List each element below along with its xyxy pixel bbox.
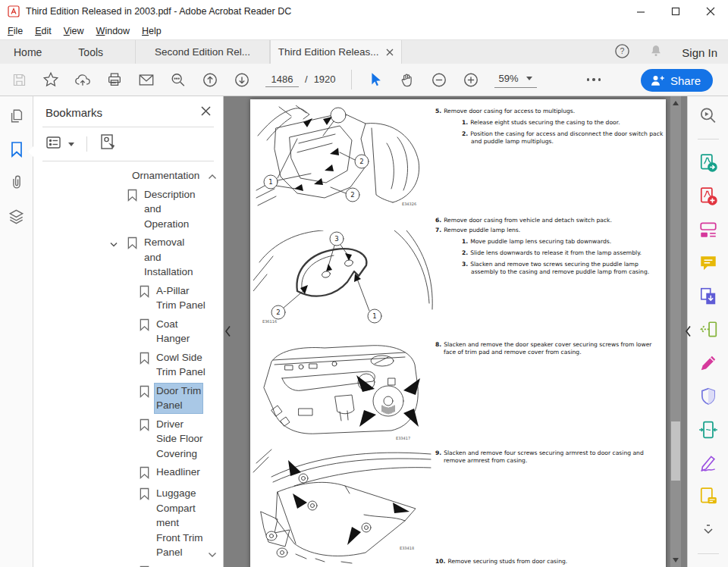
zoom-level-dropdown[interactable]: 59% xyxy=(494,72,537,88)
page-separator: / xyxy=(305,74,308,85)
bookmark-icon xyxy=(139,486,156,560)
bookmark-item-description-and-operation[interactable]: Description and Operation xyxy=(33,187,223,232)
menu-help[interactable]: Help xyxy=(136,26,168,36)
bookmark-item-a-pillar-trim-panel[interactable]: A-Pillar Trim Panel xyxy=(33,284,223,313)
comment-icon[interactable] xyxy=(698,253,718,273)
bookmark-item-luggage-compartment-front-trim-panel[interactable]: Luggage Compart ment Front Trim Panel xyxy=(33,486,223,560)
export-pdf-icon[interactable] xyxy=(698,153,718,173)
menu-file[interactable]: File xyxy=(2,26,29,36)
tab-tools[interactable]: Tools xyxy=(64,40,117,64)
bookmark-icon xyxy=(139,465,156,482)
bookmark-item-headliner[interactable]: Headliner xyxy=(33,465,223,482)
bookmark-icon xyxy=(127,235,144,280)
page-number-input[interactable]: 1486 xyxy=(265,73,299,87)
create-pdf-icon[interactable] xyxy=(698,186,718,206)
title-bar: Third Edition Released in 2003.pdf - Ado… xyxy=(0,0,728,23)
more-tools-icon[interactable] xyxy=(587,78,601,81)
email-icon[interactable] xyxy=(138,71,155,88)
save-icon[interactable] xyxy=(11,71,27,88)
previous-page-icon[interactable] xyxy=(202,71,218,88)
bookmarks-panel-icon[interactable] xyxy=(8,140,26,158)
cloud-upload-icon[interactable] xyxy=(74,71,91,88)
attachments-icon[interactable] xyxy=(8,174,26,192)
compress-pdf-icon[interactable] xyxy=(698,420,718,440)
help-icon[interactable]: ? xyxy=(614,43,630,62)
minimize-button[interactable] xyxy=(623,0,658,23)
chevron-down-icon xyxy=(526,77,532,80)
bookmark-icon xyxy=(139,350,156,380)
document-scrollbar[interactable] xyxy=(670,96,681,567)
expand-tools-pane-icon[interactable] xyxy=(685,325,692,340)
pdf-step-10: 10.Remove securing studs from door casin… xyxy=(435,558,664,565)
hand-tool-icon[interactable] xyxy=(399,71,416,88)
bookmark-item-ornamentation[interactable]: Ornamentation xyxy=(33,168,223,183)
tab-third-edition[interactable]: Third Edition Releas... xyxy=(270,40,402,64)
svg-text:3: 3 xyxy=(334,235,338,243)
chevron-down-icon[interactable] xyxy=(68,143,74,146)
svg-text:E33417: E33417 xyxy=(396,436,410,440)
more-tools-chevron-icon[interactable] xyxy=(698,520,718,540)
select-tool-icon[interactable] xyxy=(367,71,384,88)
next-page-icon[interactable] xyxy=(234,71,250,88)
bookmark-item-driver-side-floor-covering[interactable]: Driver Side Floor Covering xyxy=(33,417,223,462)
bookmarks-list: Ornamentation Description and Operation … xyxy=(33,161,223,567)
tab-close-icon[interactable] xyxy=(386,49,394,56)
organize-pages-icon[interactable] xyxy=(698,320,718,340)
sign-certificates-icon[interactable] xyxy=(698,453,718,473)
svg-text:2: 2 xyxy=(276,309,280,316)
bookmark-item-door-trim-panel[interactable]: Door Trim Panel xyxy=(33,384,223,413)
bookmark-item-coat-hanger[interactable]: Coat Hanger xyxy=(33,317,223,346)
pdf-file-icon xyxy=(8,5,20,17)
menu-edit[interactable]: Edit xyxy=(29,26,58,36)
star-icon[interactable] xyxy=(42,71,59,88)
left-navigation-rail xyxy=(0,96,33,567)
bookmarks-close-icon[interactable] xyxy=(201,105,211,119)
scrollbar-thumb[interactable] xyxy=(671,421,680,481)
search-document-icon[interactable] xyxy=(698,105,718,125)
figure-door-casing-multiplugs: 1 2 2 E34326 xyxy=(253,105,435,215)
window-title: Third Edition Released in 2003.pdf - Ado… xyxy=(26,6,291,17)
combine-files-icon[interactable] xyxy=(698,287,718,306)
bookmark-item-cowl-side-trim-panel[interactable]: Cowl Side Trim Panel xyxy=(33,350,223,380)
share-person-icon xyxy=(650,74,665,87)
bookmark-icon xyxy=(139,284,156,313)
sign-in-button[interactable]: Sign In xyxy=(682,46,717,59)
menu-view[interactable]: View xyxy=(58,26,90,36)
request-signatures-icon[interactable] xyxy=(698,487,718,506)
figure-puddle-lamp-lens: 3 2 1 E36116 xyxy=(253,230,439,327)
page-thumbnails-icon[interactable] xyxy=(8,107,26,125)
protect-icon[interactable] xyxy=(698,387,718,406)
share-button[interactable]: Share xyxy=(641,69,713,92)
page-total: 1920 xyxy=(314,74,336,85)
fill-and-sign-icon[interactable] xyxy=(698,353,718,373)
maximize-button[interactable] xyxy=(658,0,693,23)
tab-second-edition[interactable]: Second Edition Rel... xyxy=(135,40,270,64)
svg-text:2: 2 xyxy=(359,158,363,165)
goto-current-bookmark-icon[interactable] xyxy=(99,133,116,155)
layers-icon[interactable] xyxy=(8,207,26,225)
edit-pdf-icon[interactable] xyxy=(698,220,718,240)
tools-pane-rail xyxy=(687,96,728,567)
figure-armrest-screws: E33418 xyxy=(250,446,432,565)
svg-text:E34326: E34326 xyxy=(402,202,416,206)
scroll-down-icon[interactable] xyxy=(208,547,217,561)
collapse-left-panel-icon[interactable] xyxy=(224,325,231,340)
menu-window[interactable]: Window xyxy=(90,26,136,36)
bookmark-item-partial[interactable] xyxy=(33,564,223,567)
notifications-bell-icon[interactable] xyxy=(648,43,664,61)
bookmark-icon xyxy=(139,317,156,346)
scrollbar-down-icon[interactable] xyxy=(673,558,679,562)
print-icon[interactable] xyxy=(106,71,123,88)
bookmark-options-icon[interactable] xyxy=(46,134,64,154)
close-button[interactable] xyxy=(693,0,728,23)
zoom-out-icon[interactable] xyxy=(431,71,447,88)
tab-home[interactable]: Home xyxy=(0,40,55,64)
zoom-value: 59% xyxy=(499,73,519,84)
panel-notch xyxy=(28,146,33,157)
zoom-in-icon[interactable] xyxy=(463,71,479,88)
scroll-up-icon[interactable] xyxy=(208,169,217,183)
expand-chevron-icon[interactable] xyxy=(109,235,127,280)
bookmark-item-removal-and-installation[interactable]: Removal and Installation xyxy=(33,235,223,280)
scrollbar-up-icon[interactable] xyxy=(673,101,679,105)
search-icon[interactable] xyxy=(170,71,187,88)
